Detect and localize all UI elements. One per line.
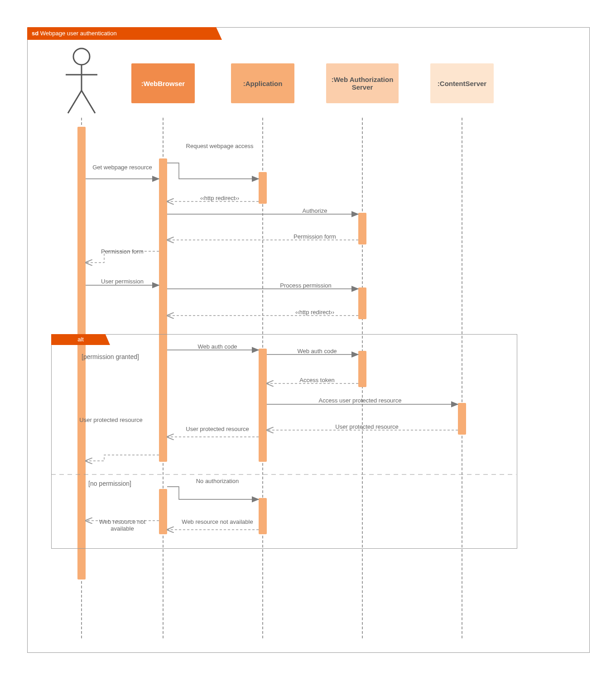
- activation-p3-a: [358, 213, 366, 244]
- alt-frame: [51, 334, 517, 549]
- svg-line-4: [82, 91, 95, 113]
- frame-title: sd Webpage user authentication: [27, 27, 222, 40]
- svg-point-0: [73, 48, 90, 65]
- actor-icon: [59, 45, 104, 118]
- page: { "frame": { "stereo": "sd", "title": "W…: [0, 0, 616, 680]
- activation-p2-a: [259, 172, 267, 204]
- alt-guard-2: [no permission]: [88, 480, 131, 487]
- alt-guard-1: [permission granted]: [82, 353, 139, 360]
- participant-auth-server: :Web Authorization Server: [326, 63, 399, 103]
- activation-p3-b: [358, 287, 366, 319]
- participant-content-server: :ContentServer: [430, 63, 494, 103]
- participant-webbrowser: :WebBrowser: [131, 63, 195, 103]
- frame-stereo: sd: [32, 30, 38, 37]
- alt-label: alt: [51, 334, 110, 345]
- frame-title-text: Webpage user authentication: [40, 30, 117, 37]
- svg-line-3: [68, 91, 82, 113]
- participant-application: :Application: [231, 63, 294, 103]
